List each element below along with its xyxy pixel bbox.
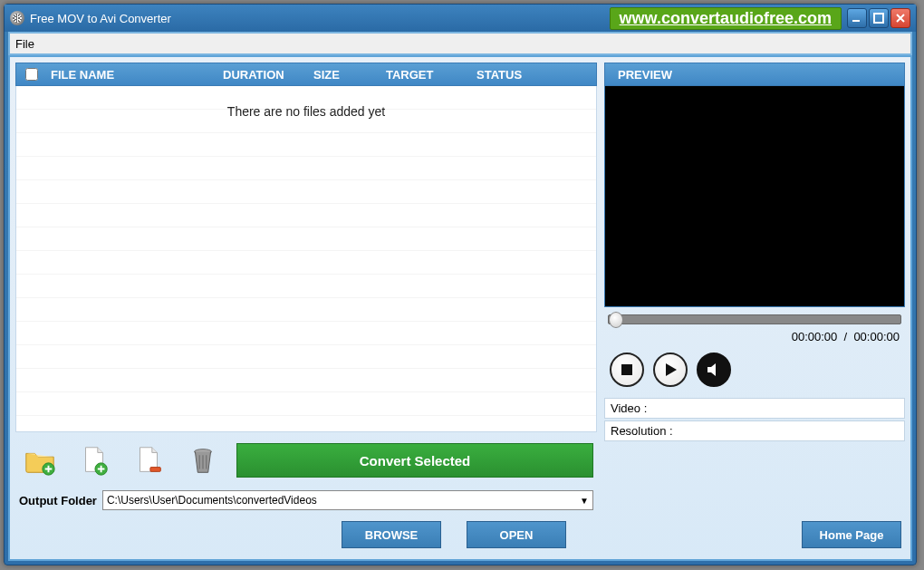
app-icon (10, 11, 24, 25)
window-title: Free MOV to Avi Converter (30, 12, 171, 25)
menu-file[interactable]: File (15, 37, 34, 51)
seek-slider[interactable] (608, 314, 901, 324)
select-all-checkbox[interactable] (25, 68, 38, 81)
seek-thumb[interactable] (609, 312, 623, 328)
close-button[interactable] (890, 8, 910, 28)
folder-add-icon (23, 444, 57, 477)
add-file-button[interactable] (73, 442, 115, 478)
left-panel: FILE NAME DURATION SIZE TARGET STATUS Th… (15, 63, 597, 554)
stop-icon (620, 362, 634, 377)
col-target[interactable]: TARGET (382, 68, 473, 82)
toolbar: Convert Selected (15, 432, 597, 488)
delete-button[interactable] (182, 442, 224, 478)
preview-header: PREVIEW (604, 63, 905, 86)
current-time: 00:00:00 (792, 330, 838, 343)
svg-rect-4 (150, 468, 160, 472)
play-button[interactable] (653, 353, 688, 387)
time-display: 00:00:00 / 00:00:00 (604, 328, 905, 351)
volume-button[interactable] (697, 353, 731, 387)
file-add-icon (77, 444, 111, 477)
promo-link[interactable]: www.convertaudiofree.com (610, 7, 842, 30)
add-folder-button[interactable] (19, 442, 61, 478)
output-folder-path: C:\Users\User\Documents\convertedVideos (107, 494, 317, 507)
maximize-button[interactable] (869, 8, 889, 28)
speaker-icon (706, 362, 722, 378)
file-table-body[interactable]: There are no files added yet (15, 86, 597, 432)
col-filename[interactable]: FILE NAME (47, 68, 219, 82)
play-icon (662, 362, 679, 378)
home-page-button[interactable]: Home Page (802, 521, 901, 548)
dropdown-icon[interactable]: ▼ (580, 496, 589, 506)
right-panel: PREVIEW 00:00:00 / 00:00:00 (604, 63, 905, 554)
app-window: Free MOV to Avi Converter www.convertaud… (4, 4, 917, 565)
file-table-header: FILE NAME DURATION SIZE TARGET STATUS (15, 63, 597, 86)
open-button[interactable]: OPEN (467, 521, 566, 548)
browse-button[interactable]: BROWSE (342, 521, 441, 548)
empty-message: There are no files added yet (16, 104, 596, 119)
menubar: File (8, 32, 912, 55)
svg-rect-6 (621, 364, 632, 375)
output-folder-label: Output Folder (19, 494, 97, 507)
preview-video[interactable] (604, 86, 905, 307)
col-size[interactable]: SIZE (310, 68, 382, 82)
convert-selected-button[interactable]: Convert Selected (236, 443, 593, 478)
svg-rect-1 (874, 14, 883, 23)
trash-icon (186, 444, 220, 477)
file-remove-icon (131, 444, 166, 477)
col-duration[interactable]: DURATION (219, 68, 310, 82)
video-info: Video : (604, 398, 905, 419)
remove-file-button[interactable] (128, 442, 169, 478)
minimize-button[interactable] (847, 8, 867, 28)
titlebar[interactable]: Free MOV to Avi Converter www.convertaud… (5, 5, 916, 32)
total-time: 00:00:00 (853, 330, 900, 343)
resolution-info: Resolution : (604, 420, 905, 441)
svg-rect-0 (852, 20, 860, 22)
output-folder-input[interactable]: C:\Users\User\Documents\convertedVideos … (102, 490, 593, 510)
col-status[interactable]: STATUS (473, 68, 596, 82)
stop-button[interactable] (610, 353, 644, 387)
